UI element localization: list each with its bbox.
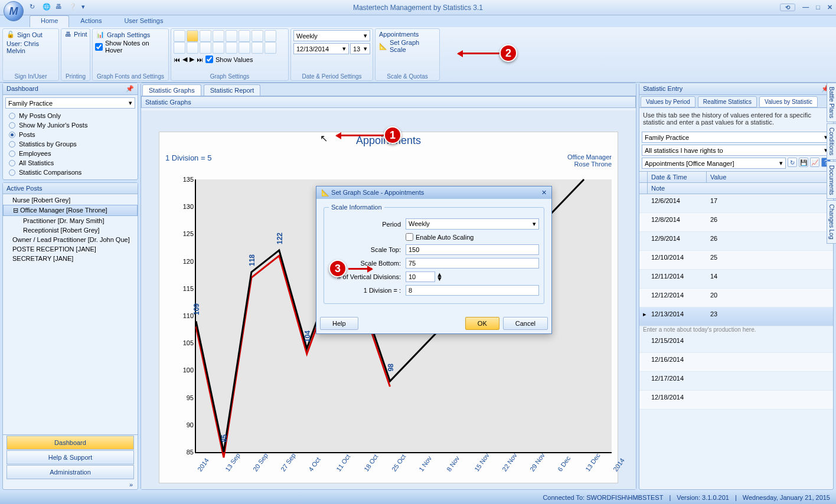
tree-item[interactable]: Nurse [Robert Grey] — [3, 195, 138, 205]
nav-expand-icon[interactable]: » — [3, 480, 138, 489]
globe-icon[interactable]: 🌐 — [43, 3, 52, 12]
tab-statistic-graphs[interactable]: Statistic Graphs — [142, 84, 201, 96]
tool-icon[interactable] — [213, 42, 224, 54]
scale-top-input[interactable] — [406, 244, 539, 255]
tree-item[interactable]: Receptionist [Robert Grey] — [3, 225, 138, 235]
table-row[interactable]: 12/8/201426 — [639, 213, 833, 232]
print-button[interactable]: 🖶 Print — [64, 30, 87, 38]
date-num-picker[interactable]: 13▾ — [350, 43, 370, 54]
table-row[interactable]: 12/16/2014 — [639, 353, 833, 372]
col-note[interactable]: Note — [648, 183, 833, 194]
nav-next-icon[interactable]: ▶ — [190, 55, 194, 63]
table-row[interactable]: 12/15/2014 — [639, 334, 833, 353]
ok-button[interactable]: OK — [465, 317, 499, 330]
print-icon[interactable]: 🖶 — [55, 3, 65, 12]
link-icon[interactable]: ⟲ — [780, 4, 795, 11]
radio-employees[interactable]: Employees — [5, 149, 135, 158]
vtab-changes-log[interactable]: Changes Log — [827, 200, 836, 244]
cancel-button[interactable]: Cancel — [503, 317, 548, 330]
dialog-close-icon[interactable]: ✕ — [541, 189, 547, 197]
tree-item[interactable]: Owner / Lead Practitioner [Dr. John Que] — [3, 235, 138, 244]
tab-user-settings[interactable]: User Settings — [113, 15, 174, 27]
tab-realtime-stats[interactable]: Realtime Statistics — [698, 96, 757, 107]
close-button[interactable]: ✕ — [827, 4, 832, 11]
vtab-conditions[interactable]: Conditions — [827, 123, 836, 159]
nav-admin[interactable]: Administration — [6, 465, 134, 479]
nav-prev-icon[interactable]: ◀ — [182, 55, 187, 63]
radio-posts[interactable]: Posts — [5, 130, 135, 139]
col-date[interactable]: Date & Time — [648, 172, 707, 182]
vtab-battle-plans[interactable]: Battle Plans — [827, 83, 836, 122]
table-row[interactable]: 12/12/201420 — [639, 289, 833, 307]
radio-show-my-junior-s-posts[interactable]: Show My Junior's Posts — [5, 120, 135, 130]
chart-icon[interactable]: 📈 — [810, 158, 819, 167]
period-combo[interactable]: Weekly▾ — [293, 30, 370, 41]
tool-icon[interactable] — [226, 42, 237, 54]
minimize-button[interactable]: — — [802, 4, 809, 11]
practice-combo-2[interactable]: Family Practice▾ — [642, 132, 831, 143]
col-value[interactable]: Value — [707, 172, 833, 182]
show-values-checkbox[interactable]: Show Values — [205, 55, 253, 64]
help-button[interactable]: Help — [320, 317, 358, 330]
sign-out-button[interactable]: 🔓 Sign Out — [5, 30, 56, 39]
tool-icon[interactable] — [264, 30, 276, 42]
tree-item[interactable]: SECRETARY [JANE] — [3, 254, 138, 263]
tool-icon[interactable] — [200, 30, 211, 42]
divisions-input[interactable] — [406, 271, 435, 282]
spin-down-icon[interactable]: ▼ — [436, 277, 443, 281]
refresh-icon[interactable]: ↻ — [30, 3, 39, 12]
period-select[interactable]: Weekly▾ — [406, 218, 539, 230]
table-row[interactable]: 12/10/201425 — [639, 251, 833, 270]
tool-icon[interactable] — [239, 30, 250, 42]
tab-actions[interactable]: Actions — [69, 15, 113, 27]
tool-icon[interactable] — [264, 42, 276, 54]
tool-icon[interactable] — [226, 30, 237, 42]
pin-icon[interactable]: 📌 — [126, 85, 134, 93]
tab-statistic-report[interactable]: Statistic Report — [204, 84, 261, 96]
vtab-documents[interactable]: Documents — [827, 161, 836, 199]
table-row[interactable]: 12/17/2014 — [639, 372, 833, 391]
help-icon[interactable]: ❔ — [68, 3, 78, 12]
radio-my-posts-only[interactable]: My Posts Only — [5, 111, 135, 120]
show-notes-checkbox[interactable]: Show Notes on Hover — [95, 39, 166, 54]
tool-icon[interactable] — [252, 30, 263, 42]
table-row[interactable]: ▸12/13/201423 — [639, 307, 833, 326]
table-row[interactable]: 12/11/201414 — [639, 270, 833, 289]
tree-item[interactable]: ⊟ Office Manager [Rose Throne] — [3, 205, 138, 216]
nav-help[interactable]: Help & Support — [6, 450, 134, 464]
rights-combo[interactable]: All statistics I have rights to▾ — [642, 145, 831, 156]
table-row[interactable]: 12/18/2014 — [639, 391, 833, 410]
tool-icon[interactable] — [200, 42, 211, 54]
tab-values-by-period[interactable]: Values by Period — [641, 96, 695, 107]
tool-icon[interactable] — [174, 42, 185, 54]
nav-last-icon[interactable]: ⏭ — [197, 56, 203, 63]
tool-icon[interactable] — [239, 42, 250, 54]
nav-first-icon[interactable]: ⏮ — [174, 56, 180, 63]
auto-scaling-checkbox[interactable]: Enable Auto Scaling — [406, 233, 473, 241]
date-picker[interactable]: 12/13/2014▾ — [293, 43, 349, 54]
table-row[interactable]: 12/9/201426 — [639, 232, 833, 251]
nav-dashboard[interactable]: Dashboard — [6, 436, 134, 450]
statistic-combo[interactable]: Appointments [Office Manager]▾ — [642, 158, 786, 169]
save-icon[interactable]: 💾 — [799, 158, 808, 167]
qat-dropdown-icon[interactable]: ▾ — [81, 3, 91, 12]
note-row[interactable]: Enter a note about today's production he… — [639, 326, 833, 334]
tool-icon[interactable] — [187, 42, 198, 54]
radio-statistic-comparisons[interactable]: Statistic Comparisons — [5, 168, 135, 177]
maximize-button[interactable]: □ — [816, 4, 820, 11]
one-division-input[interactable] — [406, 285, 539, 296]
tab-values-by-statistic[interactable]: Values by Statistic — [759, 96, 818, 107]
tool-icon[interactable] — [174, 30, 185, 42]
tree-item[interactable]: POSTE RECEPTION [JANE] — [3, 244, 138, 254]
scale-bottom-input[interactable] — [406, 258, 539, 269]
table-row[interactable]: 12/6/201417 — [639, 194, 833, 213]
graph-settings-button[interactable]: 📊 Graph Settings — [95, 30, 166, 39]
radio-all-statistics[interactable]: All Statistics — [5, 158, 135, 168]
tree-item[interactable]: Practitioner [Dr. Mary Smith] — [3, 216, 138, 225]
app-orb[interactable]: M — [4, 1, 24, 21]
refresh-icon[interactable]: ↻ — [788, 158, 797, 167]
tool-icon[interactable] — [252, 42, 263, 54]
tool-icon[interactable] — [213, 30, 224, 42]
tool-icon[interactable] — [187, 30, 198, 42]
radio-statistics-by-groups[interactable]: Statistics by Groups — [5, 139, 135, 149]
